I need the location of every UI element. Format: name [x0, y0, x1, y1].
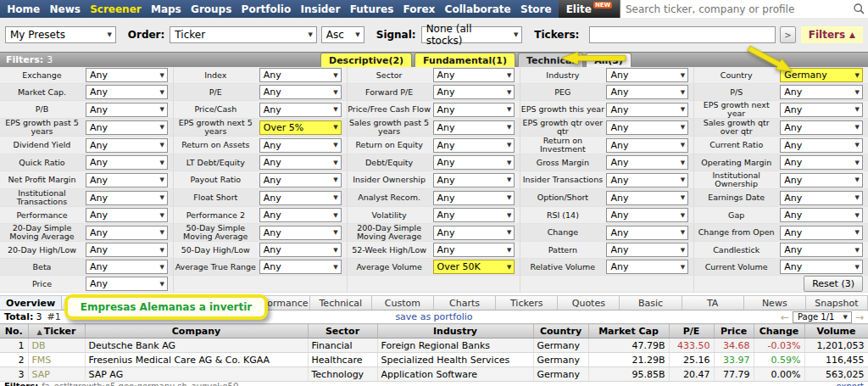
filter-select-payout-ratio[interactable]: Any▼ — [259, 173, 342, 187]
filter-select-option-short[interactable]: Any▼ — [606, 191, 688, 205]
filter-select-insider-transactions[interactable]: Any▼ — [606, 173, 688, 187]
filter-select-average-true-range[interactable]: Any▼ — [259, 260, 342, 274]
filter-select-gap[interactable]: Any▼ — [780, 208, 863, 222]
column-header-change[interactable]: Change — [754, 324, 804, 338]
filter-select-market-cap[interactable]: Any▼ — [86, 85, 168, 99]
filter-select-change-from-open[interactable]: Any▼ — [780, 226, 863, 240]
cell-sector[interactable]: Technology — [308, 367, 377, 382]
filter-select-peg[interactable]: Any▼ — [606, 85, 688, 99]
column-header-country[interactable]: Country — [533, 324, 588, 338]
column-header-p-e[interactable]: P/E — [669, 324, 714, 338]
nav-item-forex[interactable]: Forex — [401, 3, 438, 15]
filter-select-20-day-high-low[interactable]: Any▼ — [86, 243, 168, 257]
nav-item-store[interactable]: Store — [518, 3, 554, 15]
nav-item-home[interactable]: Home — [4, 3, 42, 15]
filter-select-20-day-simple-moving-average[interactable]: Any▼ — [86, 226, 168, 240]
order-direction-select[interactable]: Asc▼ — [321, 26, 364, 43]
filter-select-index[interactable]: Any▼ — [259, 68, 342, 82]
view-tab-basic[interactable]: Basic — [620, 295, 682, 310]
cell-industry[interactable]: Foreign Regional Banks — [377, 338, 533, 353]
nav-item-groups[interactable]: Groups — [188, 3, 234, 15]
search-input[interactable] — [620, 1, 849, 17]
search-icon[interactable] — [849, 3, 868, 14]
filter-select-operating-margin[interactable]: Any▼ — [780, 155, 863, 170]
filter-tab-fundamental-1[interactable]: Fundamental(1) — [415, 53, 515, 67]
filter-select-p-b[interactable]: Any▼ — [86, 103, 168, 117]
filter-select-return-on-investment[interactable]: Any▼ — [606, 138, 688, 153]
filters-toggle-button[interactable]: Filters ▲ — [801, 26, 863, 43]
view-tab-overview[interactable]: Overview — [0, 295, 62, 310]
filter-select-performance[interactable]: Any▼ — [86, 208, 168, 222]
filter-select-volatility[interactable]: Any▼ — [433, 208, 515, 222]
filter-tab-descriptive-2[interactable]: Descriptive(2) — [320, 53, 412, 67]
reset-filters-button[interactable]: Reset (3) — [804, 276, 863, 292]
export-link[interactable]: export — [837, 382, 864, 386]
cell-company[interactable]: Fresenius Medical Care AG & Co. KGAA — [85, 353, 308, 367]
view-tab-quotes[interactable]: Quotes — [558, 295, 620, 310]
view-tab-tickers[interactable]: Tickers — [496, 295, 558, 310]
tickers-input[interactable] — [589, 26, 776, 43]
cell-ticker[interactable]: FMS — [28, 353, 85, 367]
filter-select-analyst-recom[interactable]: Any▼ — [433, 191, 515, 205]
filter-select-eps-growth-this-year[interactable]: Any▼ — [606, 103, 688, 117]
column-header-ticker[interactable]: ▲Ticker — [28, 324, 85, 338]
filter-select-exchange[interactable]: Any▼ — [86, 68, 168, 82]
cell-company[interactable]: SAP AG — [85, 367, 308, 382]
cell-industry[interactable]: Application Software — [377, 367, 533, 382]
filter-select-industry[interactable]: Any▼ — [606, 68, 688, 82]
filter-select-price-free-cash-flow[interactable]: Any▼ — [433, 103, 515, 117]
filter-select-pattern[interactable]: Any▼ — [606, 243, 688, 257]
view-tab-ta[interactable]: TA — [682, 295, 744, 310]
column-header-market-cap[interactable]: Market Cap — [588, 324, 669, 338]
filter-select-return-on-equity[interactable]: Any▼ — [433, 138, 515, 153]
filter-select-rsi-14[interactable]: Any▼ — [606, 208, 688, 222]
column-header-volume[interactable]: Volume — [804, 324, 868, 338]
elite-button[interactable]: Elite NEW — [559, 0, 620, 18]
presets-select[interactable]: My Presets▼ — [5, 26, 116, 43]
nav-item-futures[interactable]: Futures — [348, 3, 397, 15]
filter-select-lt-debt-equity[interactable]: Any▼ — [259, 155, 342, 170]
nav-item-portfolio[interactable]: Portfolio — [239, 3, 294, 15]
filter-select-performance-2[interactable]: Any▼ — [259, 208, 342, 222]
filter-select-sector[interactable]: Any▼ — [433, 68, 515, 82]
filter-select-price[interactable]: Any▼ — [86, 277, 168, 291]
filter-select-current-ratio[interactable]: Any▼ — [780, 138, 863, 153]
filter-select-quick-ratio[interactable]: Any▼ — [86, 155, 168, 170]
filter-select-forward-p-e[interactable]: Any▼ — [433, 85, 515, 99]
filter-select-eps-growth-next-year[interactable]: Any▼ — [780, 103, 863, 117]
view-tab-technical[interactable]: Technical — [310, 295, 372, 310]
column-header-no[interactable]: No. — [0, 324, 28, 338]
column-header-price[interactable]: Price — [714, 324, 754, 338]
cell-sector[interactable]: Financial — [308, 338, 377, 353]
filter-select-insider-ownership[interactable]: Any▼ — [433, 173, 515, 187]
filter-select-price-cash[interactable]: Any▼ — [259, 103, 342, 117]
filter-select-float-short[interactable]: Any▼ — [259, 191, 342, 205]
filter-select-sales-growth-past-5-years[interactable]: Any▼ — [433, 120, 515, 135]
cell-company[interactable]: Deutsche Bank AG — [85, 338, 308, 353]
view-tab-charts[interactable]: Charts — [434, 295, 496, 310]
filter-select-200-day-simple-moving-average[interactable]: Any▼ — [433, 226, 515, 240]
view-tab-snapshot[interactable]: Snapshot — [806, 295, 868, 310]
view-tab-custom[interactable]: Custom — [372, 295, 434, 310]
filter-select-dividend-yield[interactable]: Any▼ — [86, 138, 168, 153]
nav-item-news[interactable]: News — [47, 3, 82, 15]
column-header-sector[interactable]: Sector — [308, 324, 377, 338]
filter-select-candlestick[interactable]: Any▼ — [780, 243, 863, 257]
cell-country[interactable]: Germany — [533, 353, 588, 367]
cell-country[interactable]: Germany — [533, 367, 588, 382]
cell-ticker[interactable]: DB — [28, 338, 85, 353]
filter-select-eps-growth-next-5-years[interactable]: Over 5%▼ — [259, 120, 342, 135]
filter-select-sales-growth-qtr-over-qtr[interactable]: Any▼ — [780, 120, 863, 135]
filter-select-eps-growth-past-5-years[interactable]: Any▼ — [86, 120, 168, 135]
save-as-portfolio-link[interactable]: save as portfolio — [395, 311, 472, 322]
filter-select-institutional-transactions[interactable]: Any▼ — [86, 191, 168, 205]
filter-select-earnings-date[interactable]: Any▼ — [780, 191, 863, 205]
nav-item-maps[interactable]: Maps — [148, 3, 184, 15]
nav-item-insider[interactable]: Insider — [298, 3, 343, 15]
view-tab-news[interactable]: News — [744, 295, 806, 310]
filter-select-current-volume[interactable]: Any▼ — [780, 260, 863, 274]
filter-select-net-profit-margin[interactable]: Any▼ — [86, 173, 168, 187]
filter-select-relative-volume[interactable]: Any▼ — [606, 260, 688, 274]
filter-select-average-volume[interactable]: Over 50K▼ — [433, 260, 515, 274]
go-button[interactable]: > — [780, 26, 796, 43]
